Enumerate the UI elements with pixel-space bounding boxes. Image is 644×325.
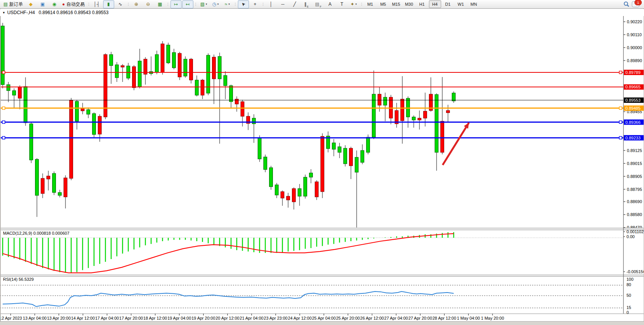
chart-ohlc-values: 0.89614 0.89616 0.89543 0.89553 <box>39 10 109 15</box>
rsi-axis-label: 0 <box>626 310 629 315</box>
timeframe-m1-button[interactable]: M1 <box>364 0 376 8</box>
chart-shift-button[interactable]: ↤ <box>182 0 193 8</box>
new-order-button-label: 新订单 <box>9 1 23 8</box>
auto-scroll-icon: ↦ <box>174 2 178 6</box>
metaeditor-button[interactable]: ◆ <box>25 0 36 8</box>
date-label: 13 Apr 04:00 <box>23 316 46 320</box>
text-button[interactable]: A <box>325 0 336 8</box>
rsi-axis-label: 15 <box>626 305 631 310</box>
new-chart-icon: ▧ <box>200 2 204 6</box>
date-label: 24 Apr 12:00 <box>288 316 311 320</box>
date-label: 13 Apr 20:00 <box>47 316 70 320</box>
timeframe-h1-button[interactable]: H1 <box>416 0 428 8</box>
notification-badge: 1 <box>634 0 642 5</box>
candlestick-button[interactable]: ▮ <box>103 0 114 8</box>
mt4-window: 0.902200.901100.900000.898900.894550.891… <box>0 0 644 325</box>
date-label: 23 Apr 23:00 <box>264 316 287 320</box>
horizontal-line-button[interactable]: ─ <box>277 0 289 8</box>
zoom-out-button[interactable]: ⊖ <box>143 0 154 8</box>
status-strip <box>0 321 644 325</box>
chevron-down-icon: ▾ <box>206 3 207 6</box>
chart-canvas[interactable]: 0.902200.901100.900000.898900.894550.891… <box>0 0 644 325</box>
text-label-button[interactable]: T <box>336 0 348 8</box>
templates-button[interactable]: ≈▾ <box>222 0 233 8</box>
crosshair-button[interactable]: + <box>250 0 261 8</box>
trendline-button[interactable]: ╱ <box>289 0 300 8</box>
timeframe-mn-button[interactable]: MN <box>468 0 480 8</box>
autotrade-icon: ● <box>62 2 65 6</box>
vertical-line-icon: │ <box>269 2 273 6</box>
line-handle <box>2 136 5 139</box>
signal-icon: ◉ <box>53 2 56 6</box>
date-label: 25 Apr 20:00 <box>336 316 360 320</box>
toolbar-separator: ⁞ <box>167 1 169 8</box>
toolbar-right: 1 <box>623 1 642 7</box>
timeframe-d1-button[interactable]: D1 <box>442 0 454 8</box>
axis-tick-label: 0.90000 <box>627 45 642 50</box>
date-label: 26 Apr 12:00 <box>360 316 384 320</box>
timeframe-w1-button[interactable]: W1 <box>455 0 467 8</box>
chat-button[interactable]: 1 <box>632 1 639 7</box>
cursor-button[interactable]: ➤ <box>238 0 249 8</box>
date-label: 27 Apr 04:00 <box>384 316 408 320</box>
auto-scroll-button[interactable]: ↦ <box>171 0 182 8</box>
bar-chart-button[interactable]: │┤ <box>91 0 102 8</box>
rsi-indicator-label: RSI(14) 56.5329 <box>3 277 34 282</box>
date-label: 28 Apr 12:00 <box>432 316 456 320</box>
axis-tick-label: 0.88795 <box>627 187 642 192</box>
arrows-button[interactable]: ✦▾ <box>348 0 359 8</box>
timeframe-m5-button[interactable]: M5 <box>377 0 389 8</box>
candles-icon: ▮ <box>107 2 110 6</box>
vertical-line-button[interactable]: │ <box>266 0 277 8</box>
macd-axis-label: 0.00 <box>626 234 634 239</box>
toolbar-separator: ⁞ <box>234 1 237 8</box>
crosshair-icon: + <box>254 2 257 6</box>
line-handle <box>2 121 5 123</box>
editor-icon: ◆ <box>29 2 32 6</box>
main-toolbar: ▤新订单◆▣◉●自动交易⁞│┤▮∿⁞⊕⊖▦⁞↦↤⁞▧▾◷▾≈▾⁞➤+⁞│─╱∥E… <box>0 0 644 9</box>
price-line-label: 0.89553 <box>625 98 641 102</box>
rsi-axis-label: 80 <box>626 282 631 287</box>
new-chart-button[interactable]: ▧▾ <box>198 0 209 8</box>
document-plus-icon: ▤ <box>3 2 8 6</box>
toolbar-separator: ⁞ <box>360 1 363 8</box>
autotrading-button[interactable]: ●自动交易 <box>61 0 86 8</box>
trendline-icon: ╱ <box>293 2 296 6</box>
line-handle <box>619 107 622 109</box>
periods-button[interactable]: ◷▾ <box>210 0 221 8</box>
search-icon[interactable] <box>623 1 630 7</box>
date-label: 17 Apr 04:00 <box>95 316 119 320</box>
date-label: 20 Apr 12:00 <box>216 316 239 320</box>
line-chart-button[interactable]: ∿ <box>115 0 126 8</box>
fibonacci-button[interactable]: ▤F <box>313 0 324 8</box>
market-watch-button[interactable]: ▣ <box>37 0 48 8</box>
rsi-axis-label: 100 <box>626 277 633 282</box>
fibonacci-icon: ▤ <box>315 2 319 6</box>
line-handle <box>619 136 622 139</box>
axis-tick-label: 0.90220 <box>627 19 642 24</box>
axis-tick-label: 0.90110 <box>627 32 642 37</box>
zoom-in-icon: ⊕ <box>134 2 138 6</box>
timeframe-m30-button[interactable]: M30 <box>403 0 415 8</box>
signals-button[interactable]: ◉ <box>49 0 60 8</box>
chevron-down-icon: ▾ <box>217 3 219 6</box>
tile-windows-button[interactable]: ▦ <box>155 0 166 8</box>
zoom-in-button[interactable]: ⊕ <box>131 0 142 8</box>
template-chart-icon: ≈ <box>225 2 228 6</box>
price-line-label: 0.89233 <box>625 136 641 140</box>
channel-icon-sub: E <box>307 5 309 8</box>
equidistant-channel-button[interactable]: ∥E <box>301 0 312 8</box>
new-order-button[interactable]: ▤新订单 <box>2 0 24 8</box>
axis-tick-label: 0.89890 <box>627 58 642 63</box>
toolbar-separator: ⁞ <box>194 1 197 8</box>
collapse-icon[interactable]: ▼ <box>2 11 5 14</box>
toolbar-separator: ⁞ <box>127 1 130 8</box>
line-handle <box>619 121 622 123</box>
timeframe-m15-button[interactable]: M15 <box>390 0 402 8</box>
horizontal-line-icon: ─ <box>281 2 285 6</box>
timeframe-h4-button[interactable]: H4 <box>429 0 441 8</box>
axis-tick-label: 0.89015 <box>627 161 642 166</box>
price-line-label: 0.89665 <box>625 85 641 89</box>
cursor-arrow-icon: ➤ <box>240 1 246 7</box>
macd-axis-label: -0.005156 <box>626 269 644 274</box>
